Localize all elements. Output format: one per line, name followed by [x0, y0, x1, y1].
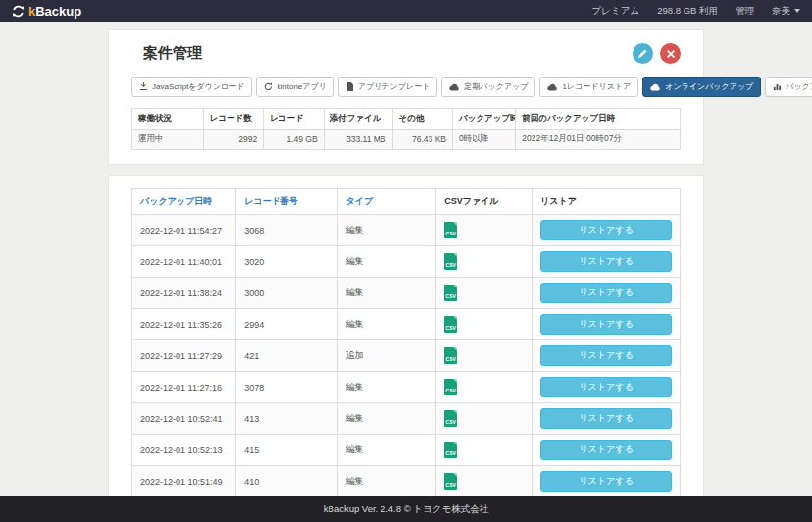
- record-no-cell: 2994: [236, 309, 337, 340]
- restore-button[interactable]: リストアする: [540, 377, 672, 397]
- tab-online-backup[interactable]: オンラインバックアップ: [642, 77, 761, 97]
- app-summary-table: 稼働状況 レコード数 レコード 添付ファイル その他 バックアップ時間帯 前回の…: [131, 108, 681, 150]
- type-cell: 編集: [337, 278, 436, 309]
- tab-label: kintoneアプリ: [277, 81, 326, 92]
- record-no-cell: 421: [236, 340, 337, 372]
- restore-button[interactable]: リストアする: [540, 314, 672, 335]
- type-cell: 編集: [337, 309, 436, 340]
- type-cell: 編集: [337, 372, 436, 403]
- navbar-right: プレミアム 298.8 GB 利用 管理 奈美: [592, 5, 800, 18]
- datetime-cell: 2022-12-01 11:38:24: [132, 278, 236, 309]
- page-title: 案件管理: [143, 44, 202, 63]
- csv-label: CSV: [446, 451, 456, 458]
- close-icon: [666, 49, 676, 59]
- backup-list-table: バックアップ日時 レコード番号 タイプ CSVファイル リストア 2022-12…: [131, 188, 681, 496]
- csv-file-icon[interactable]: CSV: [444, 347, 457, 364]
- csv-file-icon[interactable]: CSV: [444, 410, 457, 427]
- download-icon: [139, 82, 148, 91]
- type-cell: 編集: [337, 435, 436, 466]
- restore-button[interactable]: リストアする: [540, 471, 672, 492]
- sort-type[interactable]: タイプ: [337, 189, 436, 215]
- csv-file-icon[interactable]: CSV: [444, 222, 457, 238]
- brand-text: kBackup: [28, 4, 81, 19]
- column-header: バックアップ時間帯: [452, 109, 515, 130]
- column-header: レコード: [264, 109, 324, 130]
- record-count-cell: 2992: [203, 130, 263, 150]
- plan-badge[interactable]: プレミアム: [592, 5, 640, 18]
- csv-file-icon[interactable]: CSV: [444, 316, 457, 333]
- column-header-restore: リストア: [533, 189, 681, 215]
- record-no-cell: 3020: [236, 246, 337, 278]
- attachment-size-cell: 333.11 MB: [324, 130, 392, 150]
- csv-file-icon[interactable]: CSV: [444, 379, 457, 395]
- csv-file-icon[interactable]: CSV: [444, 285, 457, 301]
- csv-label: CSV: [446, 389, 456, 395]
- brand-rest: Backup: [35, 4, 81, 19]
- type-cell: 編集: [337, 246, 436, 278]
- status-cell: 運用中: [132, 130, 204, 150]
- org-menu[interactable]: 管理: [736, 5, 754, 18]
- delete-button[interactable]: [660, 43, 681, 64]
- restore-button[interactable]: リストアする: [540, 220, 672, 240]
- csv-file-icon[interactable]: CSV: [444, 442, 457, 458]
- restore-button[interactable]: リストアする: [540, 251, 672, 272]
- table-row: 2022-12-01 11:27:29 421 追加 CSV リストアする: [132, 340, 681, 372]
- csv-label: CSV: [446, 326, 456, 333]
- sort-backup-datetime[interactable]: バックアップ日時: [132, 189, 236, 215]
- datetime-cell: 2022-12-01 11:40:01: [132, 246, 236, 278]
- restore-button[interactable]: リストアする: [540, 440, 672, 460]
- datetime-cell: 2022-12-01 10:52:13: [132, 435, 236, 466]
- type-cell: 追加: [337, 340, 436, 372]
- table-row: 2022-12-01 11:38:24 3000 編集 CSV リストアする: [132, 278, 681, 309]
- main-content: 案件管理: [0, 22, 812, 496]
- record-size-cell: 1.49 GB: [264, 130, 324, 150]
- csv-label: CSV: [446, 232, 456, 238]
- action-toolbar: JavaScriptをダウンロード kintoneアプリ アプリテンプレー: [131, 77, 681, 97]
- tab-label: 定期バックアップ: [464, 81, 528, 92]
- tab-backup-stats[interactable]: バックアップ集計: [765, 77, 812, 97]
- restore-button[interactable]: リストアする: [540, 283, 672, 303]
- tab-label: 1レコードリストア: [562, 81, 631, 92]
- caret-down-icon: [794, 9, 800, 13]
- tab-javascript-download[interactable]: JavaScriptをダウンロード: [131, 77, 252, 97]
- sort-record-number[interactable]: レコード番号: [236, 189, 337, 215]
- pencil-icon: [637, 48, 648, 59]
- csv-file-icon[interactable]: CSV: [444, 473, 457, 490]
- user-menu[interactable]: 奈美: [772, 5, 800, 18]
- restore-button[interactable]: リストアする: [540, 345, 672, 366]
- column-header: 前回のバックアップ日時: [516, 109, 681, 130]
- table-row: 2022-12-01 11:35:26 2994 編集 CSV リストアする: [132, 309, 681, 340]
- csv-label: CSV: [446, 483, 456, 490]
- type-cell: 編集: [337, 403, 436, 435]
- edit-button[interactable]: [633, 43, 653, 64]
- type-cell: 編集: [337, 466, 436, 497]
- bar-chart-icon: [773, 82, 782, 91]
- backup-window-cell: 0時以降: [452, 130, 515, 150]
- tab-scheduled-backup[interactable]: 定期バックアップ: [441, 77, 535, 97]
- page-footer: kBackup Ver. 2.4.8 © トヨクモ株式会社: [0, 496, 812, 522]
- tab-single-record-restore[interactable]: 1レコードリストア: [539, 77, 638, 97]
- csv-label: CSV: [446, 420, 456, 427]
- record-no-cell: 3068: [236, 215, 337, 246]
- restore-button[interactable]: リストアする: [540, 408, 672, 429]
- csv-file-icon[interactable]: CSV: [444, 253, 457, 270]
- tab-kintone-app[interactable]: kintoneアプリ: [256, 77, 333, 97]
- datetime-cell: 2022-12-01 10:52:41: [132, 403, 236, 435]
- refresh-icon: [264, 82, 273, 91]
- tab-app-template[interactable]: アプリテンプレート: [338, 77, 438, 97]
- app-logo[interactable]: kBackup: [12, 4, 81, 19]
- column-header: 添付ファイル: [324, 109, 392, 130]
- file-icon: [346, 82, 354, 91]
- tab-label: JavaScriptをダウンロード: [152, 81, 244, 92]
- datetime-cell: 2022-12-01 11:54:27: [132, 215, 236, 246]
- sync-arrows-icon: [12, 5, 25, 18]
- record-no-cell: 413: [236, 403, 337, 435]
- footer-text: kBackup Ver. 2.4.8 © トヨクモ株式会社: [324, 503, 488, 516]
- summary-header-row: 稼働状況 レコード数 レコード 添付ファイル その他 バックアップ時間帯 前回の…: [132, 109, 681, 130]
- tab-label: オンラインバックアップ: [665, 81, 753, 92]
- backup-header-row: バックアップ日時 レコード番号 タイプ CSVファイル リストア: [132, 189, 681, 215]
- storage-usage[interactable]: 298.8 GB 利用: [657, 5, 718, 18]
- table-row: 2022-12-01 11:54:27 3068 編集 CSV リストアする: [132, 215, 681, 246]
- datetime-cell: 2022-12-01 11:27:16: [132, 372, 236, 403]
- last-backup-cell: 2022年12月01日 00時07分: [516, 130, 681, 150]
